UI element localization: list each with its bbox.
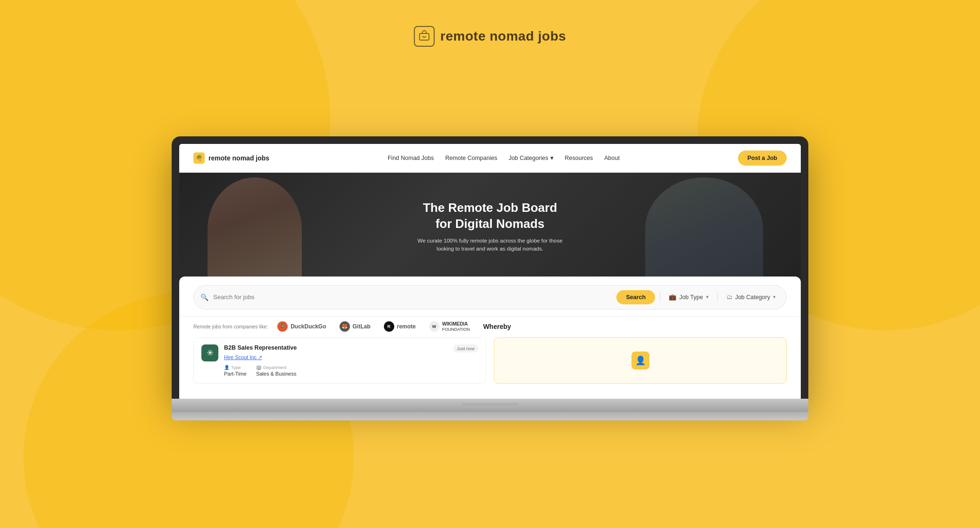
job-meta-1: 👤 Type Part-Time 🏢 Department S	[224, 365, 448, 377]
top-brand: remote nomad jobs	[414, 26, 566, 47]
laptop-bottom	[172, 412, 808, 420]
hero-title: The Remote Job Board for Digital Nomads	[410, 200, 570, 232]
remote-name: remote	[397, 323, 416, 330]
laptop-base	[172, 399, 808, 412]
company-logo-duckduckgo: 🦆 DuckDuckGo	[277, 321, 326, 332]
job-company-1[interactable]: Hire Scout Inc ↗	[224, 354, 262, 360]
hero-content: The Remote Job Board for Digital Nomads …	[410, 200, 570, 253]
job-category-dropdown[interactable]: 🗂 Job Category ▾	[723, 293, 780, 301]
jobs-section: ✳ B2B Sales Representative Hire Scout In…	[179, 337, 801, 384]
laptop-frame: 🌴 remote nomad jobs Find Nomad Jobs Remo…	[172, 136, 808, 399]
external-link-icon: ↗	[258, 354, 262, 360]
company-logo-gitlab: 🦊 GitLab	[340, 321, 371, 332]
job-card-2: 👤	[494, 337, 787, 384]
nav-logo-icon: 🌴	[193, 152, 205, 164]
search-bar: 🔍 Search 💼 Job Type ▾ 🗂 Job Category ▾	[193, 285, 787, 310]
chevron-down-icon-2: ▾	[773, 294, 776, 300]
post-job-button[interactable]: Post a Job	[738, 151, 787, 166]
job-type-meta: 👤 Type Part-Time	[224, 365, 247, 377]
job-logo-1: ✳	[201, 344, 218, 361]
search-divider-2	[717, 293, 718, 302]
top-brand-icon	[414, 26, 435, 47]
company-logos: 🦆 DuckDuckGo 🦊 GitLab R remote W WIKIMED…	[277, 321, 511, 332]
duckduckgo-icon: 🦆	[277, 321, 288, 332]
svg-rect-0	[420, 34, 429, 40]
search-button[interactable]: Search	[616, 290, 655, 304]
job-info-1: B2B Sales Representative Hire Scout Inc …	[224, 344, 448, 377]
company-logo-wikimedia: W WIKIMEDIAFOUNDATION	[429, 321, 470, 332]
company-logo-remote: R remote	[384, 321, 416, 332]
wikimedia-name: WIKIMEDIAFOUNDATION	[442, 321, 470, 332]
job-card-1: ✳ B2B Sales Representative Hire Scout In…	[193, 337, 486, 384]
search-icon: 🔍	[200, 293, 208, 301]
wikimedia-icon: W	[429, 321, 440, 332]
companies-strip: Remote jobs from companies like: 🦆 DuckD…	[179, 316, 801, 337]
companies-label: Remote jobs from companies like:	[193, 324, 268, 329]
hero-section: The Remote Job Board for Digital Nomads …	[179, 173, 801, 281]
job-dept-meta: 🏢 Department Sales & Business	[256, 365, 297, 377]
nav-logo: 🌴 remote nomad jobs	[193, 152, 269, 164]
remote-icon: R	[384, 321, 394, 332]
company-logo-whereby: Whereby	[483, 323, 511, 330]
job-title-1: B2B Sales Representative	[224, 344, 448, 351]
whereby-name: Whereby	[483, 323, 511, 330]
dept-value: Sales & Business	[256, 371, 297, 377]
dept-label: 🏢 Department	[256, 365, 297, 370]
type-value: Part-Time	[224, 371, 247, 377]
nav-link-about[interactable]: About	[604, 155, 620, 161]
laptop-wrapper: 🌴 remote nomad jobs Find Nomad Jobs Remo…	[172, 136, 808, 420]
laptop-notch	[462, 403, 518, 408]
nav-link-find-nomad-jobs[interactable]: Find Nomad Jobs	[388, 155, 434, 161]
job-type-dropdown[interactable]: 💼 Job Type ▾	[665, 293, 713, 301]
chevron-down-icon: ▾	[550, 154, 554, 161]
job-badge-1: Just now	[453, 344, 479, 352]
gitlab-name: GitLab	[353, 323, 371, 330]
nav-link-resources[interactable]: Resources	[565, 155, 593, 161]
type-label: 👤 Type	[224, 365, 247, 370]
chevron-down-icon: ▾	[706, 294, 709, 300]
navbar: 🌴 remote nomad jobs Find Nomad Jobs Remo…	[179, 144, 801, 173]
hero-subtitle: We curate 100% fully remote jobs across …	[410, 237, 570, 253]
nav-links: Find Nomad Jobs Remote Companies Job Cat…	[388, 154, 620, 161]
dept-icon: 🏢	[256, 365, 262, 370]
search-section: 🔍 Search 💼 Job Type ▾ 🗂 Job Category ▾	[179, 277, 801, 316]
type-icon: 👤	[224, 365, 230, 370]
job-card-2-icon: 👤	[631, 352, 649, 369]
briefcase-icon: 💼	[669, 293, 676, 301]
duckduckgo-name: DuckDuckGo	[291, 323, 326, 330]
top-brand-text: remote nomad jobs	[440, 29, 566, 44]
search-input[interactable]	[213, 293, 612, 301]
nav-link-job-categories[interactable]: Job Categories ▾	[508, 154, 553, 161]
nav-link-remote-companies[interactable]: Remote Companies	[445, 155, 497, 161]
gitlab-icon: 🦊	[340, 321, 350, 332]
screen-area: 🌴 remote nomad jobs Find Nomad Jobs Remo…	[179, 144, 801, 399]
search-divider	[660, 293, 660, 302]
nav-logo-text: remote nomad jobs	[208, 154, 269, 162]
category-icon: 🗂	[726, 293, 732, 301]
